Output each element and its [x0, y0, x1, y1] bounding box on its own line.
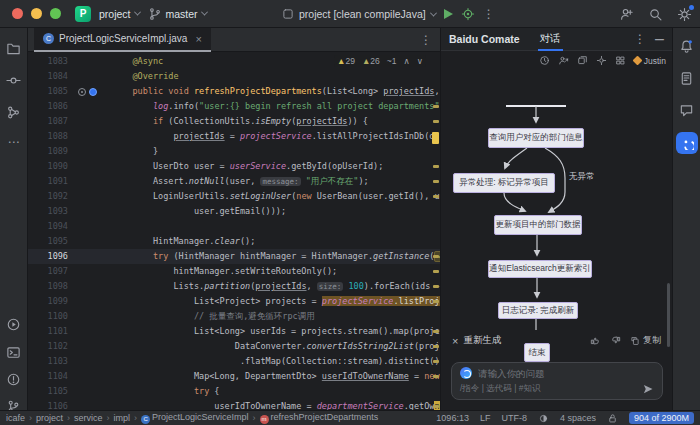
structure-tool-button[interactable] — [4, 102, 24, 122]
breadcrumb-item[interactable]: project — [36, 413, 63, 423]
settings-button[interactable] — [677, 7, 692, 22]
stripe-mark[interactable] — [433, 285, 439, 288]
code-line[interactable]: 1090 UserDto user = userService.getById(… — [28, 159, 440, 174]
code-line[interactable]: 1102 DataConverter.convertIdsString2List… — [28, 339, 440, 354]
apps-grid-icon[interactable] — [615, 55, 626, 66]
minimize-window-button[interactable] — [31, 8, 42, 19]
stripe-mark[interactable] — [433, 180, 439, 183]
override-marker-icon[interactable] — [78, 88, 86, 96]
commit-tool-button[interactable] — [4, 70, 24, 90]
indent-setting[interactable]: 4 spaces — [560, 413, 596, 423]
stripe-mark[interactable] — [433, 105, 439, 108]
stripe-mark[interactable] — [433, 255, 439, 258]
tab-projectlogicserviceimpl[interactable]: C ProjectLogicServiceImpl.java × — [34, 28, 211, 52]
thumbs-down-icon[interactable] — [610, 335, 621, 346]
code-line[interactable]: 1097 hintManager.setWriteRouteOnly(); — [28, 264, 440, 279]
open-in-window-icon[interactable] — [577, 55, 588, 66]
share-icon[interactable] — [558, 55, 569, 66]
stripe-mark[interactable] — [432, 132, 439, 144]
code-line[interactable]: 1096 try (HintManager hintManager = Hint… — [28, 249, 440, 264]
code-line[interactable]: 1093 user.getEmail())); — [28, 204, 440, 219]
chat-scrollbar[interactable] — [667, 283, 670, 347]
chat-input-box[interactable]: /指令 | 选代码 | #知识 — [451, 362, 663, 400]
input-hints[interactable]: /指令 | 选代码 | #知识 — [460, 383, 540, 395]
stripe-mark[interactable] — [433, 405, 439, 408]
more-actions-icon[interactable]: ⋮ — [483, 7, 495, 21]
breadcrumb-item[interactable]: icafe — [6, 413, 25, 423]
prev-problem-icon[interactable]: ∧ — [404, 56, 410, 66]
file-encoding[interactable]: UTF-8 — [501, 413, 527, 423]
regenerate-button[interactable]: × 重新生成 — [452, 334, 501, 347]
search-icon[interactable] — [648, 7, 663, 22]
hide-panel-icon[interactable]: – — [655, 30, 664, 48]
close-tab-icon[interactable]: × — [195, 33, 201, 45]
code-line[interactable]: 1091 Assert.notNull(user, message: "用户不存… — [28, 174, 440, 189]
problems-tool-button[interactable] — [4, 369, 24, 389]
add-user-icon[interactable] — [619, 7, 634, 22]
breadcrumb-item[interactable]: CProjectLogicServiceImpl — [141, 412, 249, 424]
tab-options-icon[interactable]: ⋮ — [420, 33, 432, 47]
code-line[interactable]: 1101 List<Long> userIds = projects.strea… — [28, 324, 440, 339]
code-line[interactable]: 1099 List<Project> projects = projectSer… — [28, 294, 440, 309]
stripe-mark[interactable] — [433, 360, 439, 363]
code-line[interactable]: 1106 userIdToOwnerName = departmentServi… — [28, 399, 440, 410]
line-ending[interactable]: LF — [480, 413, 491, 423]
copy-button[interactable]: 复制 — [630, 334, 661, 347]
run-tool-button[interactable] — [4, 314, 24, 334]
code-line[interactable]: 1104 Map<Long, DepartmentDto> userIdToOw… — [28, 369, 440, 384]
tab-chat[interactable]: 对话 — [538, 28, 563, 51]
code-line[interactable]: 1085 public void refreshProjectDepartmen… — [28, 84, 440, 99]
stripe-mark[interactable] — [433, 270, 439, 273]
more-tools-button[interactable]: ⋯ — [4, 132, 24, 152]
stripe-mark[interactable] — [433, 345, 439, 348]
code-line[interactable]: 1086 log.info("user:{} begin refresh all… — [28, 99, 440, 114]
stripe-mark[interactable] — [433, 195, 439, 198]
ai-chat-tool-button[interactable] — [677, 100, 697, 120]
notifications-button[interactable] — [677, 36, 697, 56]
project-tool-button[interactable] — [4, 38, 24, 58]
question-input[interactable] — [478, 368, 628, 379]
branch-selector[interactable]: master — [148, 7, 207, 21]
sync-status-icon[interactable] — [538, 413, 549, 424]
code-line[interactable]: 1092 LoginUserUtils.setLoginUser(new Use… — [28, 189, 440, 204]
code-line[interactable]: 1094 — [28, 219, 440, 234]
panel-options-icon[interactable]: ⋮ — [634, 32, 646, 46]
send-icon[interactable] — [642, 383, 654, 395]
run-configuration-selector[interactable]: project [clean compileJava] — [282, 8, 436, 20]
settings-icon[interactable] — [596, 55, 607, 66]
caret-position[interactable]: 1096:13 — [436, 413, 469, 423]
maximize-window-button[interactable] — [50, 8, 61, 19]
comate-tool-button[interactable] — [676, 132, 698, 154]
run-marker-icon[interactable] — [89, 88, 97, 96]
code-line[interactable]: 1089 } — [28, 144, 440, 159]
stripe-mark[interactable] — [433, 330, 439, 333]
stripe-mark[interactable] — [433, 120, 439, 123]
memory-indicator[interactable]: 904 of 2900M — [629, 412, 694, 424]
code-line[interactable]: 1105 try { — [28, 384, 440, 399]
stripe-mark[interactable] — [433, 300, 439, 303]
next-problem-icon[interactable]: ∨ — [417, 56, 423, 66]
code-line[interactable]: 1100 // 批量查询,避免循环rpc调用 — [28, 309, 440, 324]
coverage-icon[interactable] — [461, 7, 475, 21]
code-line[interactable]: 1084 @Override — [28, 69, 440, 84]
user-account[interactable]: Justin — [634, 56, 666, 66]
code-line[interactable]: 1087 if (CollectionUtils.isEmpty(project… — [28, 114, 440, 129]
terminal-tool-button[interactable] — [4, 342, 24, 362]
code-line[interactable]: 1095 HintManager.clear(); — [28, 234, 440, 249]
documentation-tool-button[interactable] — [677, 68, 697, 88]
lock-icon[interactable] — [607, 413, 618, 424]
inspections-widget[interactable]: ▲29 ▲26 ~1 ∧ ∨ — [334, 55, 426, 67]
breadcrumb-item[interactable]: service — [74, 413, 103, 423]
thumbs-up-icon[interactable] — [590, 335, 601, 346]
code-line[interactable]: 1088 projectIds = projectService.listAll… — [28, 129, 440, 144]
stripe-mark[interactable] — [433, 375, 439, 378]
breadcrumb-item[interactable]: impl — [114, 413, 131, 423]
stripe-mark[interactable] — [433, 165, 439, 168]
close-window-button[interactable] — [12, 8, 23, 19]
run-button[interactable] — [444, 9, 453, 19]
project-selector[interactable]: project — [99, 8, 140, 20]
code-line[interactable]: 1103 .flatMap(Collection::stream).distin… — [28, 354, 440, 369]
history-icon[interactable] — [539, 55, 550, 66]
code-line[interactable]: 1098 Lists.partition(projectIds, size: 1… — [28, 279, 440, 294]
breadcrumb-item[interactable]: mrefreshProjectDepartments — [260, 412, 379, 424]
